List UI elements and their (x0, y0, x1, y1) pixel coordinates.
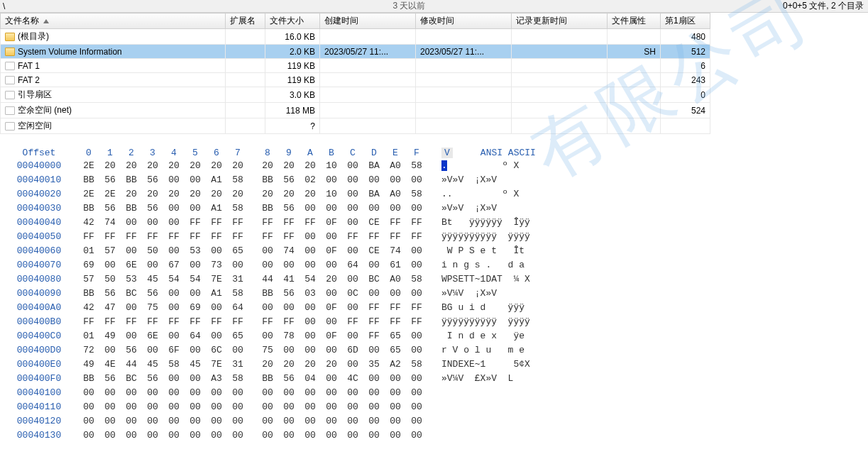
hex-byte[interactable]: 54 (185, 272, 206, 287)
hex-byte[interactable]: 20 (278, 358, 300, 372)
hex-byte[interactable]: FF (406, 216, 427, 230)
hex-byte[interactable]: 00 (206, 329, 227, 343)
hex-byte[interactable]: 00 (300, 428, 321, 443)
col-header-sector[interactable]: 第1扇区 (661, 13, 710, 29)
hex-byte[interactable]: 00 (185, 372, 206, 386)
hex-byte[interactable]: 00 (342, 358, 363, 372)
hex-byte[interactable]: FF (142, 230, 163, 244)
hex-byte[interactable]: 20 (257, 358, 278, 372)
hex-byte[interactable]: 00 (342, 159, 363, 173)
hex-byte[interactable]: 00 (163, 301, 185, 315)
hex-byte[interactable]: FF (406, 315, 427, 329)
hex-byte[interactable]: 00 (321, 201, 342, 216)
hex-byte[interactable]: 41 (278, 272, 300, 287)
hex-byte[interactable]: 00 (321, 287, 342, 301)
hex-byte[interactable]: 20 (300, 159, 321, 173)
hex-byte[interactable]: BC (121, 287, 142, 301)
hex-byte[interactable]: 00 (363, 386, 385, 400)
hex-byte[interactable]: 00 (385, 386, 406, 400)
hex-byte[interactable]: 31 (227, 358, 248, 372)
hex-byte[interactable]: BB (78, 173, 99, 187)
hex-byte[interactable]: 54 (300, 272, 321, 287)
hex-byte[interactable]: 00 (406, 414, 427, 428)
hex-byte[interactable]: 00 (385, 428, 406, 443)
hex-byte[interactable]: 00 (342, 414, 363, 428)
hex-byte[interactable]: 00 (342, 329, 363, 343)
hex-byte[interactable]: 02 (300, 173, 321, 187)
hex-byte[interactable]: BB (257, 287, 278, 301)
hex-row[interactable]: 000400D0720056006F006C00750000006D006500… (0, 343, 868, 358)
hex-byte[interactable]: BB (78, 372, 99, 386)
hex-byte[interactable]: 00 (185, 428, 206, 443)
hex-byte[interactable]: 10 (321, 159, 342, 173)
hex-byte[interactable]: BB (257, 201, 278, 216)
hex-byte[interactable]: FF (206, 230, 227, 244)
hex-byte[interactable]: 00 (185, 386, 206, 400)
hex-byte[interactable]: 00 (185, 400, 206, 414)
hex-byte[interactable]: 00 (227, 258, 248, 272)
hex-byte[interactable]: 00 (406, 173, 427, 187)
hex-byte[interactable]: 49 (78, 358, 99, 372)
hex-byte[interactable]: 00 (163, 428, 185, 443)
hex-byte[interactable]: 00 (142, 386, 163, 400)
hex-byte[interactable]: 74 (278, 244, 300, 258)
hex-byte[interactable]: 00 (321, 343, 342, 358)
hex-row[interactable]: 0004012000000000000000000000000000000000 (0, 414, 868, 428)
hex-row[interactable]: 000400202E2E2020202020202020201000BAA058… (0, 187, 868, 201)
hex-byte[interactable]: 00 (300, 230, 321, 244)
hex-byte[interactable]: 44 (257, 272, 278, 287)
hex-byte[interactable]: 56 (99, 372, 121, 386)
hex-byte[interactable]: 57 (78, 272, 99, 287)
hex-byte[interactable]: 0F (321, 244, 342, 258)
hex-byte[interactable]: 75 (142, 301, 163, 315)
hex-byte[interactable]: FF (206, 216, 227, 230)
hex-byte[interactable]: 35 (363, 358, 385, 372)
hex-byte[interactable]: 00 (406, 287, 427, 301)
hex-byte[interactable]: 00 (363, 343, 385, 358)
hex-byte[interactable]: 00 (406, 201, 427, 216)
hex-byte[interactable]: 6F (163, 343, 185, 358)
hex-byte[interactable]: 00 (385, 173, 406, 187)
hex-byte[interactable]: FF (227, 216, 248, 230)
hex-byte[interactable]: 58 (163, 358, 185, 372)
hex-byte[interactable]: 45 (185, 358, 206, 372)
hex-byte[interactable]: 0C (342, 287, 363, 301)
hex-byte[interactable]: 72 (78, 343, 99, 358)
col-header-attr[interactable]: 文件属性 (608, 13, 661, 29)
hex-byte[interactable]: 00 (321, 258, 342, 272)
hex-byte[interactable]: 00 (99, 343, 121, 358)
hex-byte[interactable]: 00 (342, 201, 363, 216)
hex-byte[interactable]: 74 (99, 216, 121, 230)
hex-byte[interactable]: 65 (385, 329, 406, 343)
hex-byte[interactable]: FF (300, 216, 321, 230)
hex-byte[interactable]: 20 (257, 187, 278, 201)
hex-row[interactable]: 000400B0FFFFFFFFFFFFFFFFFFFF0000FFFFFFFF… (0, 315, 868, 329)
hex-byte[interactable]: 6D (342, 343, 363, 358)
hex-byte[interactable]: 00 (163, 244, 185, 258)
hex-byte[interactable]: 6C (206, 343, 227, 358)
hex-byte[interactable]: 00 (363, 428, 385, 443)
hex-byte[interactable]: FF (363, 329, 385, 343)
table-row[interactable]: (根目录)16.0 KB480 (1, 29, 710, 45)
hex-byte[interactable]: 00 (321, 400, 342, 414)
hex-byte[interactable]: 00 (257, 386, 278, 400)
hex-byte[interactable]: 00 (406, 428, 427, 443)
hex-byte[interactable]: 20 (185, 159, 206, 173)
hex-byte[interactable]: 00 (257, 329, 278, 343)
hex-byte[interactable]: 00 (406, 258, 427, 272)
hex-byte[interactable]: 20 (300, 187, 321, 201)
hex-byte[interactable]: 00 (227, 386, 248, 400)
hex-byte[interactable]: 00 (300, 244, 321, 258)
hex-byte[interactable]: 00 (121, 400, 142, 414)
hex-byte[interactable]: A0 (385, 272, 406, 287)
hex-byte[interactable]: FF (363, 301, 385, 315)
hex-byte[interactable]: 45 (142, 272, 163, 287)
hex-byte[interactable]: 65 (385, 343, 406, 358)
hex-byte[interactable]: FF (406, 230, 427, 244)
hex-byte[interactable]: 00 (406, 386, 427, 400)
hex-byte[interactable]: 00 (78, 400, 99, 414)
col-header-size[interactable]: 文件大小 (265, 13, 320, 29)
hex-byte[interactable]: 00 (206, 244, 227, 258)
hex-byte[interactable]: 00 (278, 428, 300, 443)
hex-byte[interactable]: 00 (121, 216, 142, 230)
